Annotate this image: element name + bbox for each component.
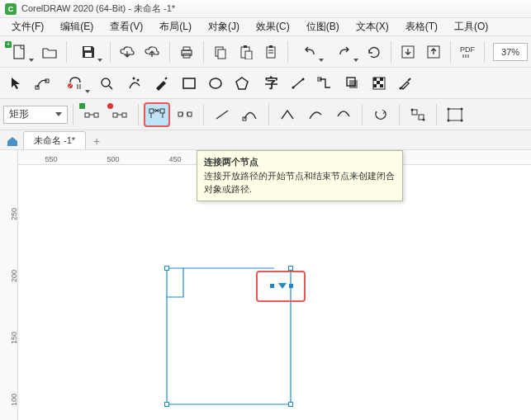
to-line-button[interactable] bbox=[209, 102, 235, 127]
svg-point-31 bbox=[302, 78, 305, 80]
svg-point-23 bbox=[133, 77, 135, 79]
save-button[interactable] bbox=[72, 40, 105, 64]
shape-layer bbox=[18, 165, 531, 420]
svg-point-59 bbox=[423, 118, 425, 120]
smooth-node-button[interactable] bbox=[302, 102, 329, 127]
cusp-node-button[interactable] bbox=[274, 102, 301, 127]
add-tab-button[interactable]: + bbox=[88, 133, 106, 149]
tooltip: 连接两个节点 连接开放路径的开始节点和结束节点来创建闭合对象或路径. bbox=[197, 150, 403, 201]
reverse-direction-button[interactable] bbox=[367, 102, 394, 127]
cloud-upload-button[interactable] bbox=[140, 40, 164, 64]
add-node-button[interactable] bbox=[78, 102, 105, 127]
cloud-download-button[interactable] bbox=[116, 40, 139, 64]
svg-rect-0 bbox=[14, 45, 24, 59]
svg-rect-48 bbox=[149, 109, 154, 113]
svg-rect-1 bbox=[84, 47, 91, 50]
svg-rect-25 bbox=[183, 78, 195, 88]
svg-point-58 bbox=[411, 108, 414, 111]
path-end-marker bbox=[270, 284, 274, 288]
paste-button[interactable] bbox=[234, 40, 257, 64]
title-bar: C CorelDRAW 2020 (64-Bit) - 未命名 -1* bbox=[0, 0, 531, 18]
svg-line-22 bbox=[109, 86, 112, 89]
svg-line-54 bbox=[216, 111, 228, 119]
svg-rect-10 bbox=[245, 51, 252, 59]
vertical-ruler: 250 200 150 100 bbox=[0, 150, 18, 420]
menu-bitmap[interactable]: 位图(B) bbox=[298, 18, 348, 35]
transparency-tool[interactable] bbox=[367, 71, 391, 96]
import-button[interactable] bbox=[396, 40, 420, 64]
publish-pdf-button[interactable]: PDF bbox=[456, 40, 479, 64]
node-handle[interactable] bbox=[288, 402, 293, 407]
svg-rect-49 bbox=[160, 109, 164, 113]
node-handle[interactable] bbox=[164, 266, 169, 271]
extract-subpath-button[interactable] bbox=[405, 102, 431, 127]
svg-point-62 bbox=[461, 107, 463, 110]
text-tool[interactable]: 字 bbox=[258, 71, 282, 96]
workspace: 250 200 150 100 550 500 450 400 bbox=[0, 150, 531, 420]
svg-rect-2 bbox=[85, 53, 92, 57]
menu-layout[interactable]: 布局(L) bbox=[151, 18, 200, 35]
zoom-tool[interactable] bbox=[94, 71, 119, 96]
break-node-button[interactable] bbox=[172, 102, 198, 127]
copy-button[interactable] bbox=[209, 40, 232, 64]
join-nodes-button[interactable] bbox=[144, 102, 170, 127]
standard-toolbar: + bbox=[0, 36, 531, 68]
undo-button[interactable] bbox=[293, 40, 326, 64]
app-logo-icon: C bbox=[5, 3, 17, 15]
ellipse-tool[interactable] bbox=[203, 71, 228, 96]
polygon-tool[interactable] bbox=[230, 71, 254, 96]
new-doc-button[interactable]: + bbox=[3, 40, 36, 64]
drop-shadow-tool[interactable] bbox=[340, 71, 365, 96]
direction-arrow-icon bbox=[278, 283, 287, 289]
document-tab-strip: 未命名 -1* + bbox=[0, 130, 531, 150]
zoom-level-combo[interactable]: 37% bbox=[493, 43, 528, 61]
elastic-mode-button[interactable] bbox=[442, 102, 468, 127]
export-button[interactable] bbox=[422, 40, 445, 64]
svg-text:字: 字 bbox=[265, 76, 277, 90]
freehand-tool[interactable] bbox=[122, 71, 147, 96]
svg-rect-40 bbox=[380, 84, 383, 87]
svg-point-30 bbox=[292, 86, 295, 88]
clipboard-button[interactable] bbox=[259, 40, 282, 64]
delete-node-button[interactable] bbox=[107, 102, 133, 127]
repeat-button[interactable] bbox=[363, 40, 386, 64]
svg-point-21 bbox=[102, 78, 110, 87]
symmetric-node-button[interactable] bbox=[330, 102, 357, 127]
svg-rect-47 bbox=[122, 113, 126, 117]
node-handle[interactable] bbox=[164, 402, 169, 407]
open-button[interactable] bbox=[38, 40, 61, 64]
menu-view[interactable]: 查看(V) bbox=[102, 18, 151, 35]
welcome-tab[interactable] bbox=[3, 133, 21, 149]
menu-text[interactable]: 文本(X) bbox=[348, 18, 397, 35]
svg-rect-38 bbox=[377, 81, 380, 84]
menu-object[interactable]: 对象(J) bbox=[200, 18, 248, 35]
shape-tool[interactable] bbox=[30, 71, 55, 96]
dimension-tool[interactable] bbox=[286, 71, 311, 96]
crop-tool[interactable] bbox=[58, 71, 92, 96]
pick-tool[interactable] bbox=[3, 71, 28, 96]
svg-rect-36 bbox=[373, 78, 377, 81]
menu-tools[interactable]: 工具(O) bbox=[446, 18, 496, 35]
eyedropper-tool[interactable] bbox=[393, 71, 418, 96]
menu-effects[interactable]: 效果(C) bbox=[248, 18, 298, 35]
svg-rect-9 bbox=[244, 45, 247, 48]
rectangle-tool[interactable] bbox=[177, 71, 201, 96]
shape-type-combo[interactable]: 矩形 bbox=[3, 106, 68, 124]
to-curve-button[interactable] bbox=[237, 102, 263, 127]
document-tab[interactable]: 未命名 -1* bbox=[23, 131, 86, 149]
menu-table[interactable]: 表格(T) bbox=[397, 18, 446, 35]
artistic-media-tool[interactable] bbox=[149, 71, 173, 96]
svg-rect-42 bbox=[85, 113, 89, 117]
svg-point-26 bbox=[210, 78, 221, 88]
drawing-canvas[interactable] bbox=[18, 165, 531, 420]
svg-rect-33 bbox=[349, 80, 358, 88]
svg-rect-39 bbox=[373, 84, 377, 87]
path-start-marker bbox=[289, 284, 293, 288]
redo-button[interactable] bbox=[328, 40, 361, 64]
svg-rect-44 bbox=[94, 113, 98, 117]
menu-bar: 文件(F) 编辑(E) 查看(V) 布局(L) 对象(J) 效果(C) 位图(B… bbox=[0, 18, 531, 36]
menu-edit[interactable]: 编辑(E) bbox=[52, 18, 102, 35]
menu-file[interactable]: 文件(F) bbox=[3, 18, 52, 35]
connector-tool[interactable] bbox=[312, 71, 337, 96]
print-button[interactable] bbox=[175, 40, 198, 64]
